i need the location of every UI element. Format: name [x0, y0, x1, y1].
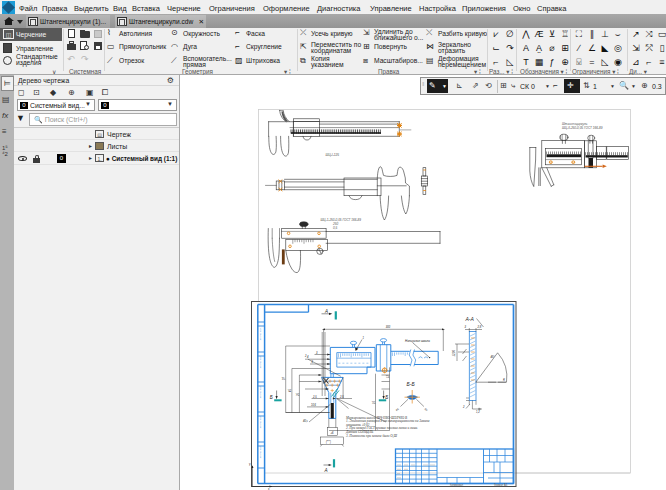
- svg-text:12,06: 12,06: [452, 349, 456, 356]
- svg-text:Копировал: Копировал: [450, 483, 463, 487]
- svg-text:Формат A3: Формат A3: [494, 483, 508, 487]
- svg-text:ШЦ-1-250-0,05 ГОСТ 166-89: ШЦ-1-250-0,05 ГОСТ 166-89: [321, 218, 362, 222]
- svg-text:А: А: [324, 309, 328, 314]
- svg-text:А-А: А-А: [465, 316, 475, 322]
- svg-text:Инв.No подл.: Инв.No подл.: [259, 327, 261, 341]
- svg-text:ШЦ-II-250-0,05 ГОСТ 166-89: ШЦ-II-250-0,05 ГОСТ 166-89: [562, 126, 603, 130]
- svg-text:Б: Б: [385, 395, 388, 400]
- svg-text:25: 25: [296, 393, 300, 397]
- svg-text:y: y: [249, 462, 251, 466]
- svg-text:40,s: 40,s: [303, 419, 309, 423]
- svg-text:Б-Б: Б-Б: [407, 381, 416, 387]
- svg-text:Инв.No подл.: Инв.No подл.: [259, 355, 261, 369]
- svg-text:(***): (***): [326, 440, 331, 444]
- svg-text:2,8: 2,8: [477, 325, 482, 329]
- svg-text:Инв.No подл.: Инв.No подл.: [259, 415, 261, 429]
- svg-text:0,5: 0,5: [333, 226, 338, 230]
- svg-text:300: 300: [386, 325, 391, 329]
- svg-text:А: А: [324, 468, 328, 473]
- svg-text:ШЦ-I-125: ШЦ-I-125: [326, 153, 340, 157]
- svg-text:10,6: 10,6: [311, 403, 317, 407]
- svg-text:2,5: 2,5: [339, 395, 344, 399]
- svg-text:Инв.No подл.: Инв.No подл.: [259, 385, 261, 399]
- svg-text:1,2: 1,2: [476, 410, 480, 414]
- svg-text:Инв.No подл.: Инв.No подл.: [259, 445, 261, 459]
- svg-text:2,5: 2,5: [312, 395, 317, 399]
- svg-text:Нониусная шкала: Нониусная шкала: [405, 339, 430, 343]
- svg-text:Б: Б: [270, 395, 273, 400]
- svg-text:R: R: [503, 378, 505, 382]
